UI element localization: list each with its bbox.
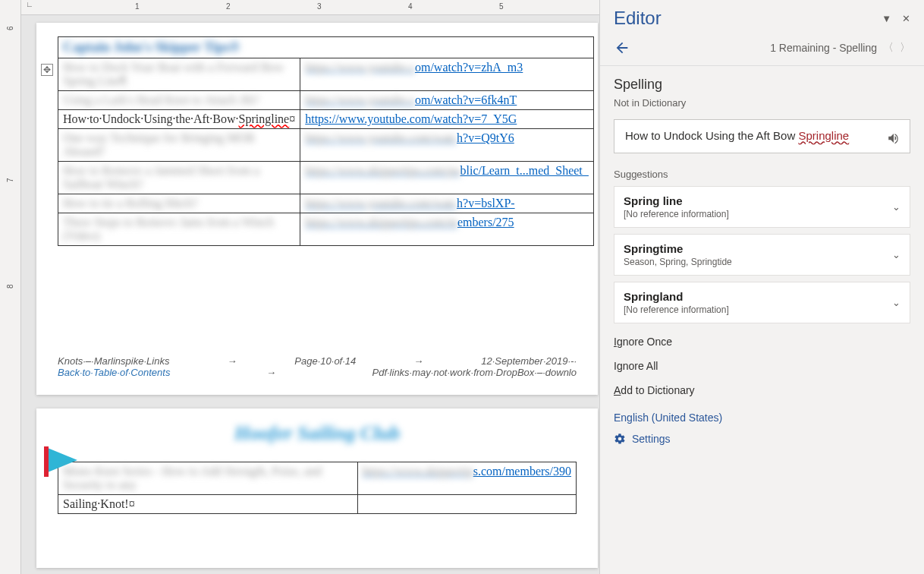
vruler-label: 7	[6, 178, 14, 182]
suggestion-word: Springland	[624, 290, 729, 303]
footer-page-number: Page·10·of·14	[294, 355, 356, 367]
settings-link[interactable]: Settings	[600, 428, 924, 456]
footer-date: 12·September·2019·-·	[481, 355, 577, 367]
ignore-all-button[interactable]: Ignore All	[600, 354, 924, 378]
arrow-left-icon	[614, 39, 630, 56]
suggestions-label: Suggestions	[600, 164, 924, 186]
tab-marker-icon[interactable]: ∟	[26, 0, 33, 8]
page-1: ✥ Captain John's Skipper Tips® How to Do…	[36, 23, 598, 395]
hruler-label: 3	[317, 2, 322, 11]
suggestion-info: [No reference information]	[624, 304, 729, 315]
settings-label: Settings	[632, 433, 671, 445]
gear-icon	[614, 433, 626, 445]
document-area: 6 7 8 ∟ 1 2 3 4 5 ✥ Captain John's Skipp…	[0, 0, 599, 574]
page2-table: Mono Knot Series - How to Add Strength, …	[58, 462, 577, 514]
suggestion-item[interactable]: Springland[No reference information] ⌄	[614, 282, 910, 323]
vertical-ruler: 6 7 8	[0, 0, 21, 574]
links-table: Captain John's Skipper Tips® How to Dock…	[58, 36, 594, 246]
suggestion-word: Springtime	[624, 242, 732, 255]
suggestion-item[interactable]: Spring line[No reference information] ⌄	[614, 186, 910, 228]
speaker-icon	[887, 131, 900, 145]
table-cell: One-way Technique for Bringing MOB Aboar…	[58, 129, 300, 162]
vruler-label: 6	[6, 26, 14, 30]
language-link[interactable]: English (United States)	[600, 402, 924, 428]
footer-note: Pdf·links·may·not·work·from·DropBox·–·do…	[372, 367, 577, 378]
table-cell[interactable]: Sailing·Knot!¤	[58, 495, 358, 514]
hruler-label: 2	[226, 2, 231, 11]
suggestion-info: Season, Spring, Springtide	[624, 257, 732, 267]
footer-toc-link[interactable]: Back·to·Table·of·Contents	[58, 367, 170, 378]
chevron-down-icon[interactable]: ⌄	[892, 297, 900, 308]
page2-heading: Hoofer Sailing Club	[58, 422, 577, 445]
next-issue-button[interactable]: 〉	[900, 41, 910, 55]
hruler-label: 1	[135, 2, 140, 11]
suggestion-item[interactable]: SpringtimeSeason, Spring, Springtide ⌄	[614, 234, 910, 276]
table-cell-url[interactable]: https://www.youtube.com/watch?v=7_Y5G	[300, 110, 594, 129]
not-in-dictionary-label: Not in Dictionary	[600, 97, 924, 116]
add-to-dictionary-button[interactable]: Add to Dictionary	[600, 378, 924, 402]
editor-pane: Editor ▼ ✕ 1 Remaining - Spelling 〈 〉 Sp…	[599, 0, 924, 574]
table-cell: Mono Knot Series - How to Add Strength, …	[58, 462, 358, 495]
back-button[interactable]	[614, 39, 630, 56]
hruler-label: 5	[499, 2, 504, 11]
table-cell-flagged[interactable]: How·to·Undock·Using·the·Aft·Bow·Springli…	[58, 110, 300, 129]
ignore-once-button[interactable]: Ignore Once	[600, 330, 924, 354]
read-aloud-button[interactable]	[887, 131, 900, 145]
table-cell: How to Dock Your Boat with a Forward Bow…	[58, 58, 300, 91]
context-error-word: Springline	[798, 129, 849, 142]
context-sentence-box: How to Undock Using the Aft Bow Springli…	[614, 119, 910, 153]
vruler-label: 8	[6, 284, 14, 289]
page-2: Hoofer Sailing Club Mono Knot Series - H…	[36, 408, 598, 568]
chevron-down-icon[interactable]: ⌄	[892, 201, 900, 213]
prev-issue-button[interactable]: 〈	[883, 41, 894, 55]
table-cell: How to Remove a Jammed Sheet from a Sail…	[58, 162, 300, 194]
table-cell: Using a Lark's Head Knot to Attach Jib?	[58, 91, 300, 110]
section-heading: Spelling	[600, 66, 924, 97]
table-cell: How to tie a Rolling Hitch?	[58, 194, 300, 213]
table-cell: Three Steps to Remove Jams from a Winch …	[58, 213, 300, 246]
suggestion-word: Spring line	[624, 194, 729, 207]
table-move-handle-icon[interactable]: ✥	[41, 64, 53, 76]
footer-left: Knots·–·Marlinspike·Links	[58, 355, 169, 367]
spelling-error-word[interactable]: Springline	[239, 112, 290, 125]
remaining-label: 1 Remaining - Spelling	[770, 42, 877, 54]
close-icon[interactable]: ✕	[902, 13, 910, 24]
pane-dropdown-icon[interactable]: ▼	[882, 13, 891, 24]
editor-title: Editor	[614, 8, 662, 29]
page-footer: Knots·–·Marlinspike·Links→ Page·10·of·14…	[58, 355, 577, 378]
page-scroll[interactable]: ✥ Captain John's Skipper Tips® How to Do…	[21, 15, 599, 574]
hruler-label: 4	[408, 2, 413, 11]
suggestion-info: [No reference information]	[624, 209, 729, 219]
table-heading: Captain John's Skipper Tips®	[58, 37, 594, 58]
chevron-down-icon[interactable]: ⌄	[892, 249, 900, 260]
context-text: How to Undock Using the Aft Bow	[625, 129, 798, 142]
horizontal-ruler: ∟ 1 2 3 4 5	[21, 0, 599, 15]
